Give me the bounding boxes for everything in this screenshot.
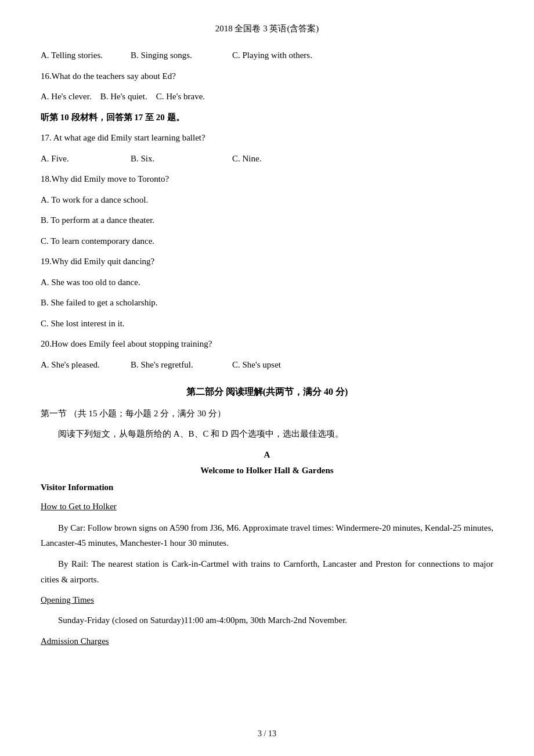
option-16c: C. He's brave. xyxy=(156,92,205,101)
options-20: A. She's pleased. B. She's regretful. C.… xyxy=(41,358,493,373)
option-20a: A. She's pleased. xyxy=(41,358,131,373)
page-container: 2018 全国卷 3 英语(含答案) A. Telling stories. B… xyxy=(0,0,534,756)
passage-a-title: Welcome to Holker Hall & Gardens xyxy=(41,466,493,476)
how-to-get-heading: How to Get to Holker xyxy=(41,499,493,514)
option-17b: B. Six. xyxy=(131,152,232,167)
option-20b: B. She's regretful. xyxy=(131,358,232,373)
option-18a: A. To work for a dance school. xyxy=(41,193,493,208)
opening-times-heading: Opening Times xyxy=(41,593,493,608)
admission-charges-heading: Admission Charges xyxy=(41,634,493,649)
section-10-heading: 听第 10 段材料，回答第 17 至 20 题。 xyxy=(41,110,493,125)
section1-instruction: 阅读下列短文，从每题所给的 A、B、C 和 D 四个选项中，选出最佳选项。 xyxy=(41,427,493,442)
option-c-prev: C. Playing with others. xyxy=(232,48,312,63)
question-16: 16.What do the teachers say about Ed? xyxy=(41,69,493,84)
opening-times-body: Sunday-Friday (closed on Saturday)11:00 … xyxy=(41,613,493,628)
by-rail-text: By Rail: The nearest station is Cark-in-… xyxy=(41,556,493,587)
page-title: 2018 全国卷 3 英语(含答案) xyxy=(41,23,493,34)
question-20: 20.How does Emily feel about stopping tr… xyxy=(41,337,493,352)
option-19b: B. She failed to get a scholarship. xyxy=(41,296,493,311)
option-a-prev: A. Telling stories. xyxy=(41,48,131,63)
options-row-prev: A. Telling stories. B. Singing songs. C.… xyxy=(41,48,493,63)
passage-a-letter: A xyxy=(41,450,493,460)
question-17: 17. At what age did Emily start learning… xyxy=(41,131,493,146)
visitor-info-heading: Visitor Information xyxy=(41,480,493,495)
by-car-text: By Car: Follow brown signs on A590 from … xyxy=(41,520,493,551)
option-18c: C. To learn contemporary dance. xyxy=(41,234,493,249)
question-19: 19.Why did Emily quit dancing? xyxy=(41,254,493,269)
option-20c: C. She's upset xyxy=(232,358,281,373)
question-18: 18.Why did Emily move to Toronto? xyxy=(41,172,493,187)
options-16: A. He's clever. B. He's quiet. C. He's b… xyxy=(41,89,493,105)
option-17c: C. Nine. xyxy=(232,152,261,167)
option-16a: A. He's clever. xyxy=(41,92,92,101)
option-17a: A. Five. xyxy=(41,152,131,167)
option-18b: B. To perform at a dance theater. xyxy=(41,213,493,228)
option-19a: A. She was too old to dance. xyxy=(41,275,493,290)
option-16b: B. He's quiet. xyxy=(100,92,147,101)
option-b-prev: B. Singing songs. xyxy=(131,48,232,63)
part2-heading: 第二部分 阅读理解(共两节，满分 40 分) xyxy=(41,384,493,401)
page-footer: 3 / 13 xyxy=(0,729,534,739)
options-17: A. Five. B. Six. C. Nine. xyxy=(41,152,493,167)
section1-info: 第一节 （共 15 小题；每小题 2 分，满分 30 分） xyxy=(41,406,493,422)
option-19c: C. She lost interest in it. xyxy=(41,316,493,332)
